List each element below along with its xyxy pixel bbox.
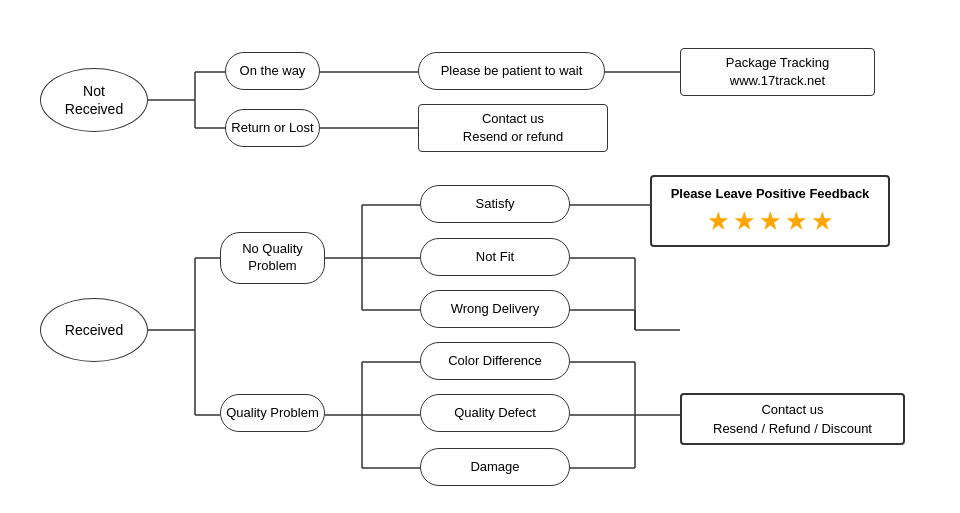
damage-label: Damage <box>470 459 519 476</box>
diagram: Not Received On the way Please be patien… <box>0 0 960 513</box>
contact-resend-refund-node: Contact us Resend or refund <box>418 104 608 152</box>
package-tracking-node: Package Tracking www.17track.net <box>680 48 875 96</box>
no-quality-problem-label: No Quality Problem <box>242 241 303 275</box>
damage-node: Damage <box>420 448 570 486</box>
not-fit-label: Not Fit <box>476 249 514 266</box>
patient-node: Please be patient to wait <box>418 52 605 90</box>
wrong-delivery-node: Wrong Delivery <box>420 290 570 328</box>
color-difference-label: Color Difference <box>448 353 542 370</box>
stars: ★ ★ ★ ★ ★ <box>708 207 832 238</box>
satisfy-node: Satisfy <box>420 185 570 223</box>
contact-resend-refund-discount-box: Contact us Resend / Refund / Discount <box>680 393 905 445</box>
received-label: Received <box>65 321 123 339</box>
not-received-label: Not Received <box>65 82 123 118</box>
satisfy-label: Satisfy <box>475 196 514 213</box>
positive-feedback-box: Please Leave Positive Feedback ★ ★ ★ ★ ★ <box>650 175 890 247</box>
quality-defect-label: Quality Defect <box>454 405 536 422</box>
no-quality-problem-node: No Quality Problem <box>220 232 325 284</box>
not-fit-node: Not Fit <box>420 238 570 276</box>
on-the-way-label: On the way <box>240 63 306 80</box>
wrong-delivery-label: Wrong Delivery <box>451 301 540 318</box>
patient-label: Please be patient to wait <box>441 63 583 80</box>
contact-resend-refund-discount-label: Contact us Resend / Refund / Discount <box>713 400 872 439</box>
return-lost-node: Return or Lost <box>225 109 320 147</box>
return-lost-label: Return or Lost <box>231 120 313 137</box>
quality-problem-label: Quality Problem <box>226 405 318 422</box>
received-node: Received <box>40 298 148 362</box>
color-difference-node: Color Difference <box>420 342 570 380</box>
on-the-way-node: On the way <box>225 52 320 90</box>
not-received-node: Not Received <box>40 68 148 132</box>
quality-problem-node: Quality Problem <box>220 394 325 432</box>
contact-resend-refund-label: Contact us Resend or refund <box>463 110 563 146</box>
quality-defect-node: Quality Defect <box>420 394 570 432</box>
positive-feedback-label: Please Leave Positive Feedback <box>671 185 870 203</box>
package-tracking-label: Package Tracking www.17track.net <box>726 54 829 90</box>
